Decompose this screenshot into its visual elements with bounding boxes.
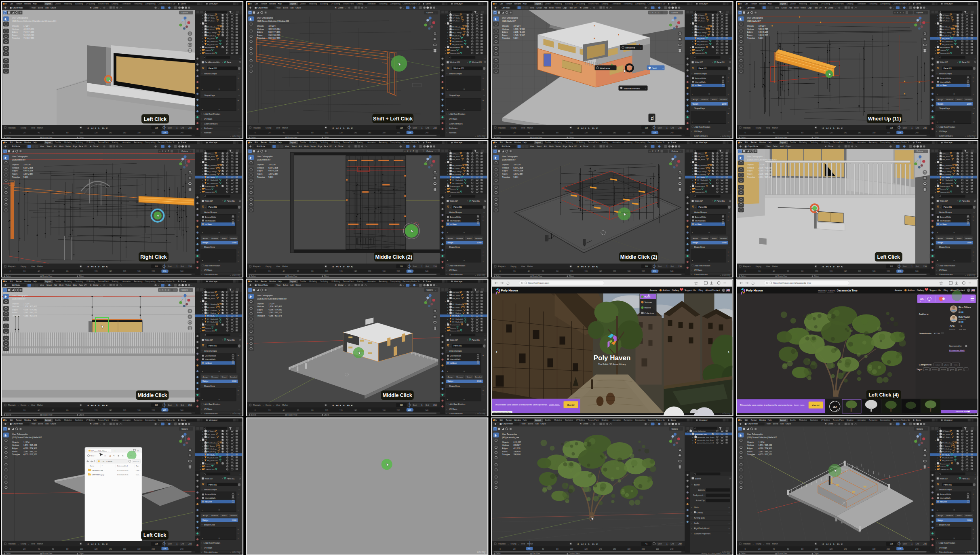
svg-text:Triangles: Triangles [12, 315, 20, 317]
svg-text:Vertices: Vertices [12, 28, 19, 30]
svg-text:License: License [949, 328, 956, 330]
svg-text:✎: ✎ [113, 455, 115, 457]
svg-text:4,055 / 817,575: 4,055 / 817,575 [759, 454, 772, 456]
svg-text:Collections: Collections [645, 312, 655, 314]
svg-text:550 / 817,559: 550 / 817,559 [268, 37, 280, 39]
svg-text:Triangles: Triangles [12, 454, 20, 456]
svg-text:Edges: Edges [747, 447, 753, 449]
svg-text:Faces: Faces [502, 34, 508, 36]
svg-text:All: All [959, 309, 961, 311]
svg-text:(216) Scene Collection | Walls: (216) Scene Collection | Walls.007 [12, 437, 42, 439]
svg-text:JM3DpvC3.zip: JM3DpvC3.zip [92, 469, 103, 471]
svg-text:(216) Scene Collection | Windo: (216) Scene Collection | Window.006 [257, 20, 289, 22]
svg-text:Rendered: Rendered [626, 46, 635, 49]
svg-text:5,134: 5,134 [268, 176, 273, 178]
svg-text:...: ... [965, 369, 967, 371]
svg-text:1,974 / 415,432: 1,974 / 415,432 [23, 444, 37, 446]
svg-text:▾: ▾ [656, 289, 657, 291]
svg-text:Models / Nature /: Models / Nature / [818, 289, 837, 292]
svg-text:Faces: Faces [12, 312, 18, 314]
svg-text:Blog: Blog [944, 289, 948, 291]
svg-text:▾: ▾ [929, 300, 929, 302]
svg-text:Edges: Edges [502, 170, 508, 172]
svg-text:640 / 5,198: 640 / 5,198 [759, 31, 768, 33]
svg-text:Poly Haven: Poly Haven [594, 354, 631, 362]
svg-text:2,006 / 415,656: 2,006 / 415,656 [759, 167, 772, 169]
svg-text:411,830: 411,830 [514, 447, 521, 449]
svg-text:▾: ▾ [920, 300, 921, 302]
svg-text:0 / 6,027: 0 / 6,027 [514, 441, 521, 443]
svg-text:Vertices: Vertices [257, 306, 264, 308]
svg-text:(216) Walls.007: (216) Walls.007 [257, 159, 271, 161]
svg-text:User Orthographic: User Orthographic [12, 433, 28, 435]
svg-text:4,055 / 817,575: 4,055 / 817,575 [23, 454, 37, 456]
svg-text:5,134: 5,134 [514, 176, 518, 178]
svg-text:Middle Click (2): Middle Click (2) [620, 254, 658, 260]
svg-text:Assets: Assets [650, 289, 657, 291]
svg-text:4,160 / 775,036: 4,160 / 775,036 [759, 170, 772, 172]
svg-text:CC0: CC0 [950, 325, 955, 327]
svg-text:Wireframe: Wireframe [600, 67, 610, 70]
svg-text:1,610 / 2,595: 1,610 / 2,595 [514, 28, 525, 30]
svg-text:Vertices: Vertices [12, 167, 19, 169]
svg-text:Faces: Faces [747, 451, 753, 453]
svg-text:Shading: Shading [626, 65, 633, 68]
svg-text:▾: ▾ [95, 455, 95, 457]
svg-text:4,096 / 774,982: 4,096 / 774,982 [759, 447, 772, 449]
svg-text:User Orthographic: User Orthographic [12, 156, 28, 158]
svg-text:This website uses cookies to e: This website uses cookies to enhance the… [495, 403, 548, 406]
svg-text:Triangles: Triangles [257, 176, 265, 178]
svg-text:1 / 234: 1 / 234 [23, 441, 30, 443]
svg-text:Edges: Edges [257, 170, 263, 172]
svg-text:❐: ❐ [104, 455, 106, 457]
svg-text:130 / 2,567: 130 / 2,567 [514, 173, 523, 175]
svg-text:398,668: 398,668 [514, 454, 521, 456]
svg-text:+: + [114, 449, 116, 452]
svg-text:533 / 2,595: 533 / 2,595 [514, 167, 523, 169]
svg-text:8/15/2023 09:05: 8/15/2023 09:05 [117, 474, 128, 476]
svg-text:Models: Models [645, 306, 651, 309]
svg-text:Edges: Edges [12, 170, 18, 172]
svg-text:1 / 234: 1 / 234 [23, 303, 30, 305]
svg-text:1 / 234: 1 / 234 [759, 441, 765, 443]
svg-text:Triangles: Triangles [12, 176, 20, 178]
svg-text:Rob Tuytel: Rob Tuytel [959, 316, 970, 318]
svg-text:Middle Click: Middle Click [138, 393, 167, 398]
svg-text:47199: 47199 [934, 332, 940, 335]
svg-text:Vertices: Vertices [257, 28, 264, 30]
svg-text:2,105 / 365,427: 2,105 / 365,427 [759, 173, 772, 175]
svg-text:Objects: Objects [257, 164, 264, 166]
svg-text:z: z [651, 116, 653, 120]
svg-text:2,087 / 365,127: 2,087 / 365,127 [23, 451, 37, 453]
svg-text:Categories:: Categories: [919, 363, 932, 366]
svg-text:560 / 774,866: 560 / 774,866 [268, 31, 280, 33]
svg-text:4,096 / 774,982: 4,096 / 774,982 [268, 309, 282, 311]
svg-text:Authors:: Authors: [919, 313, 929, 315]
svg-text:User Orthographic: User Orthographic [747, 17, 763, 19]
svg-text:Support Us: Support Us [929, 289, 941, 291]
svg-text:1,974 / 415,432: 1,974 / 415,432 [759, 444, 772, 446]
svg-text:18 / 234: 18 / 234 [759, 25, 766, 27]
svg-text:Got it!: Got it! [812, 404, 820, 407]
svg-text:Faces: Faces [257, 173, 263, 175]
svg-text:18 / 234: 18 / 234 [268, 164, 276, 166]
svg-text:Poly Haven: Poly Haven [501, 289, 518, 292]
svg-text:2,087 / 365,127: 2,087 / 365,127 [23, 312, 37, 314]
svg-text:… Pr… > Nature: … Pr… > Nature [101, 460, 112, 462]
svg-text:76 / 774,966: 76 / 774,966 [23, 31, 34, 33]
svg-text:Left Click: Left Click [144, 116, 166, 122]
svg-text:5,134: 5,134 [759, 37, 763, 39]
svg-text:Faces: Faces [502, 173, 508, 175]
svg-text:Triangles: Triangles [502, 176, 510, 178]
svg-text:Faces: Faces [12, 34, 18, 36]
svg-text:Objects: Objects [747, 25, 754, 27]
svg-text:1,549 / 2,567: 1,549 / 2,567 [514, 34, 525, 36]
svg-text:natural: natural [932, 369, 937, 371]
svg-text:Solid: Solid [652, 67, 657, 70]
svg-text:About/Contact: About/Contact [706, 289, 720, 291]
svg-text:533 / 2,595: 533 / 2,595 [268, 167, 278, 169]
svg-text:trees: trees [954, 364, 957, 366]
svg-text:Faces: Faces [747, 173, 753, 175]
svg-text:Rico Cilliers: Rico Cilliers [959, 306, 971, 308]
svg-text:Triangles: Triangles [257, 315, 265, 317]
